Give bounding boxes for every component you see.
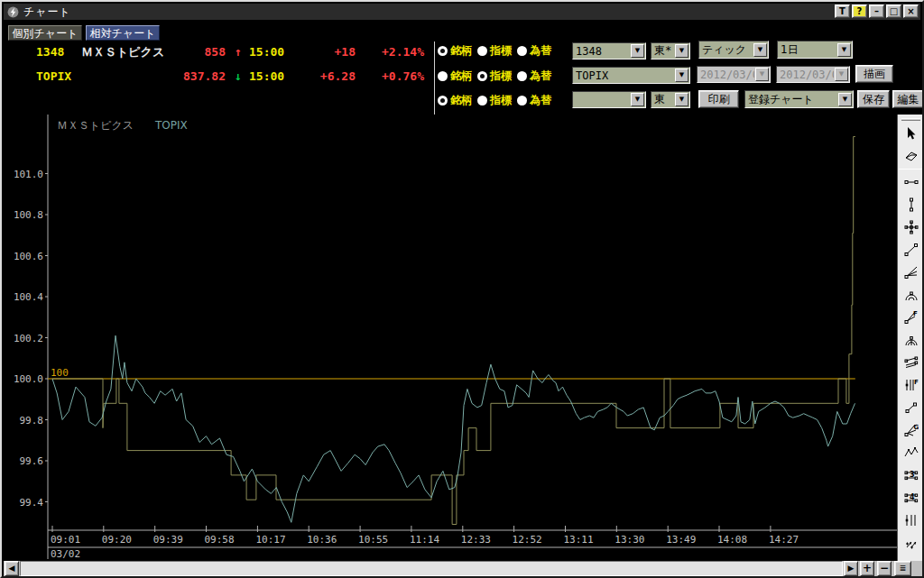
market1-select[interactable]: 東*▼ <box>651 42 690 60</box>
gann-arc-tool-button[interactable] <box>901 329 922 351</box>
draw-button[interactable]: 描画 <box>855 65 893 83</box>
date-from-select[interactable]: 2012/03/03▼ <box>697 66 771 83</box>
quote1-arrow-up: ↑ <box>235 45 242 59</box>
vertical-line-icon <box>904 197 919 212</box>
range-select[interactable]: 1日▼ <box>777 41 853 59</box>
zoom-in-button[interactable]: + <box>860 561 874 576</box>
chevron-down-icon[interactable]: ▼ <box>753 43 767 57</box>
cross-line-tool-button[interactable] <box>901 216 922 238</box>
minimize-button[interactable]: – <box>869 5 884 18</box>
y-tick-label: 99.6 <box>20 455 44 467</box>
pointer-tool-button[interactable] <box>901 123 922 144</box>
gann-arc-icon <box>904 333 919 347</box>
x-tick-label: 12:33 <box>461 534 491 546</box>
baseline-label: 100 <box>51 367 69 379</box>
chart-window: チャート T ? – □ × 個別チャート 相対チャート 1348 ＭＸＳトピク… <box>0 0 924 578</box>
y-tick-label: 100.6 <box>14 251 43 262</box>
fibonacci-timezone-tool-button[interactable]: F <box>901 374 922 396</box>
fibonacci-fan-tool-button[interactable]: F <box>901 307 922 328</box>
date-to-select[interactable]: 2012/03/03▼ <box>776 66 850 83</box>
quote2-time: 15:00 <box>249 69 284 83</box>
symbol1-select[interactable]: 1348▼ <box>572 42 646 60</box>
text-tool-button[interactable]: T <box>835 5 850 18</box>
chart-plot[interactable]: 101.0100.8100.6100.4100.2100.099.899.699… <box>5 115 897 559</box>
quote1-time: 15:00 <box>249 45 284 59</box>
quote1-change: +18 <box>301 45 356 59</box>
arrow-marks-icon <box>904 536 919 550</box>
svg-text:3: 3 <box>910 471 915 479</box>
zigzag-line-tool-button[interactable] <box>901 442 922 463</box>
radio-fx-row3[interactable]: 為替 <box>517 93 551 108</box>
chevron-down-icon[interactable]: ▼ <box>675 69 688 82</box>
chevron-down-icon[interactable]: ▼ <box>837 43 851 57</box>
chart-area[interactable]: 101.0100.8100.6100.4100.2100.099.899.699… <box>5 115 897 559</box>
maximize-button[interactable]: □ <box>886 5 901 18</box>
scrollbar-track[interactable] <box>20 561 843 576</box>
tab-individual-chart[interactable]: 個別チャート <box>8 25 82 41</box>
scroll-right-button[interactable]: ▶ <box>844 561 858 576</box>
four-point-line-tool-button[interactable]: 4 <box>901 487 922 509</box>
legend-topix: TOPIX <box>154 119 188 132</box>
title-bar: チャート T ? – □ × <box>4 4 920 20</box>
chevron-down-icon[interactable]: ▼ <box>675 44 688 58</box>
tab-relative-chart[interactable]: 相対チャート <box>86 25 160 41</box>
eraser-tool-button[interactable] <box>901 145 922 167</box>
interval-select[interactable]: ティック▼ <box>698 41 769 59</box>
radio-symbol-row1[interactable]: 銘柄 <box>438 43 472 59</box>
x-date-label: 03/02 <box>51 548 80 559</box>
gann-fan-tool-button[interactable]: G <box>901 419 922 441</box>
chevron-down-icon[interactable]: ▼ <box>631 44 644 58</box>
trend-line-tool-button[interactable] <box>901 171 922 193</box>
quote1-change-pct: +2.14% <box>368 45 424 59</box>
short-trend-line-tool-button[interactable] <box>901 397 922 418</box>
quote2-change-pct: +0.76% <box>368 69 424 83</box>
saved-charts-select[interactable]: 登録チャート▼ <box>744 90 854 108</box>
pointer-icon <box>904 126 919 141</box>
zigzag-line-icon <box>904 445 919 460</box>
svg-text:F: F <box>913 310 918 317</box>
radio-index-row2[interactable]: 指標 <box>477 69 512 84</box>
radio-index-row1[interactable]: 指標 <box>477 43 512 59</box>
y-tick-label: 100.4 <box>14 291 43 303</box>
fibonacci-arc-tool-button[interactable] <box>901 284 922 306</box>
arrow-marks-tool-button[interactable] <box>901 532 922 554</box>
radio-symbol-row3[interactable]: 銘柄 <box>438 93 472 108</box>
radio-fx-row1[interactable]: 為替 <box>517 43 551 59</box>
fan-line-icon <box>904 265 919 280</box>
fan-line-tool-button[interactable] <box>901 261 922 283</box>
x-tick-label: 09:01 <box>51 534 80 546</box>
print-button[interactable]: 印刷 <box>698 90 739 108</box>
symbol3-select[interactable]: ▼ <box>572 91 646 108</box>
quote2-code: TOPIX <box>36 69 71 83</box>
trend-line-icon <box>904 175 919 189</box>
window-title: チャート <box>23 5 71 20</box>
diagonal-line-tool-button[interactable] <box>901 239 922 261</box>
chevron-down-icon[interactable]: ▼ <box>675 93 688 106</box>
zoom-out-button[interactable]: − <box>877 561 892 576</box>
radio-fx-row2[interactable]: 為替 <box>517 69 551 84</box>
fibonacci-timezone-icon: F <box>904 378 919 392</box>
series-mxs-topix <box>52 137 855 525</box>
close-button[interactable]: × <box>903 5 919 18</box>
toolbar-grip[interactable] <box>901 118 920 121</box>
scroll-left-button[interactable]: ◀ <box>5 561 19 576</box>
chevron-down-icon[interactable]: ▼ <box>631 93 644 106</box>
three-point-line-tool-button[interactable]: 3 <box>901 464 922 486</box>
radio-symbol-row2[interactable]: 銘柄 <box>438 69 472 84</box>
symbol2-select[interactable]: TOPIX▼ <box>572 67 690 84</box>
vertical-lines-tool-button[interactable] <box>901 509 922 531</box>
market3-select[interactable]: 東▼ <box>651 91 690 108</box>
vertical-line-tool-button[interactable] <box>901 194 922 216</box>
save-button[interactable]: 保存 <box>857 90 890 108</box>
help-button[interactable]: ? <box>852 5 867 18</box>
edit-button[interactable]: 編集 <box>892 90 924 108</box>
scroll-menu-button[interactable]: ≣ <box>894 561 911 576</box>
y-tick-label: 101.0 <box>14 169 43 180</box>
svg-text:G: G <box>913 424 919 431</box>
x-tick-label: 09:58 <box>205 534 235 546</box>
radio-index-row3[interactable]: 指標 <box>477 93 512 108</box>
parallel-channel-tool-button[interactable] <box>901 352 922 373</box>
quote2-price: 837.82 <box>164 69 226 83</box>
chart-scrollbar: ◀ ▶ + − ≣ <box>4 561 922 576</box>
chevron-down-icon[interactable]: ▼ <box>838 93 852 106</box>
